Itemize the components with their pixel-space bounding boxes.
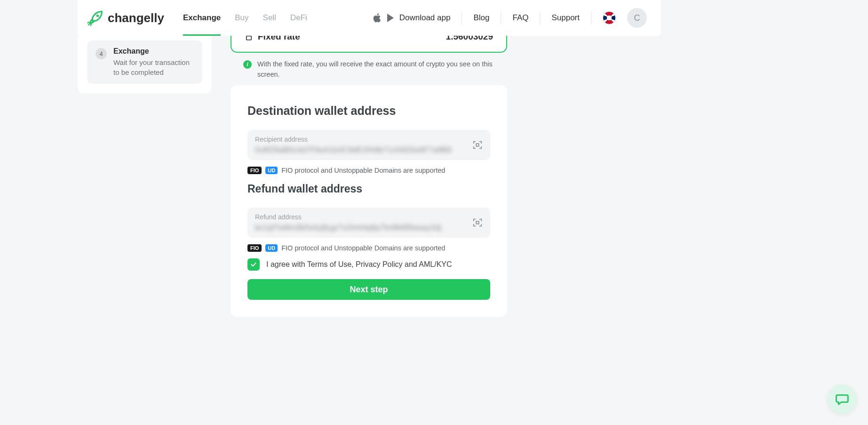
recipient-address-label: Recipient address bbox=[255, 136, 465, 143]
link-faq[interactable]: FAQ bbox=[512, 13, 528, 23]
refund-title: Refund wallet address bbox=[247, 183, 490, 195]
rocket-icon bbox=[87, 9, 104, 26]
main-nav: Exchange Buy Sell DeFi bbox=[183, 0, 307, 36]
next-step-button[interactable]: Next step bbox=[247, 279, 490, 300]
dest-support-note: FIO UD FIO protocol and Unstoppable Doma… bbox=[247, 167, 490, 174]
scan-qr-button-refund[interactable] bbox=[471, 217, 484, 229]
divider bbox=[540, 11, 540, 24]
svg-rect-3 bbox=[476, 221, 479, 224]
nav-exchange[interactable]: Exchange bbox=[183, 0, 221, 36]
scan-qr-button[interactable] bbox=[471, 139, 484, 151]
check-icon bbox=[250, 261, 257, 268]
step-description: Wait for your transaction to be complete… bbox=[113, 57, 194, 77]
ud-badge: UD bbox=[265, 167, 278, 174]
info-icon: i bbox=[243, 60, 252, 69]
avatar[interactable]: C bbox=[627, 8, 647, 28]
svg-rect-1 bbox=[247, 36, 252, 40]
support-text: FIO protocol and Unstoppable Domains are… bbox=[281, 167, 445, 174]
download-app[interactable]: Download app bbox=[373, 13, 451, 23]
qr-scan-icon bbox=[472, 140, 483, 150]
nav-defi[interactable]: DeFi bbox=[290, 0, 307, 36]
refund-address-value: bc1qf7w9m3k0x4zj8ygr7v2tnh4q8p7lm9k6f0ws… bbox=[255, 224, 465, 232]
agree-text: I agree with Terms of Use, Privacy Polic… bbox=[266, 260, 452, 269]
terms-checkbox[interactable] bbox=[247, 258, 260, 271]
link-blog[interactable]: Blog bbox=[473, 13, 489, 23]
refund-address-label: Refund address bbox=[255, 213, 465, 221]
wallet-form-card: Destination wallet address Recipient add… bbox=[231, 85, 507, 317]
brand-name: changelly bbox=[108, 11, 164, 25]
header: changelly Exchange Buy Sell DeFi Downloa… bbox=[78, 0, 661, 36]
divider bbox=[462, 11, 462, 24]
locale-flag-uk[interactable] bbox=[603, 11, 616, 24]
svg-point-0 bbox=[96, 15, 99, 17]
steps-sidebar: 4 Exchange Wait for your transaction to … bbox=[78, 36, 212, 93]
info-text: With the fixed rate, you will receive th… bbox=[257, 59, 507, 80]
support-text: FIO protocol and Unstoppable Domains are… bbox=[281, 244, 445, 252]
fixed-rate-info: i With the fixed rate, you will receive … bbox=[243, 59, 507, 80]
step-number: 4 bbox=[96, 48, 107, 59]
ud-badge: UD bbox=[265, 244, 278, 252]
step-card: 4 Exchange Wait for your transaction to … bbox=[87, 40, 202, 84]
fio-badge: FIO bbox=[247, 244, 262, 252]
chat-icon bbox=[835, 392, 849, 406]
refund-support-note: FIO UD FIO protocol and Unstoppable Doma… bbox=[247, 244, 490, 252]
refund-address-field[interactable]: Refund address bc1qf7w9m3k0x4zj8ygr7v2tn… bbox=[247, 208, 490, 238]
nav-buy[interactable]: Buy bbox=[235, 0, 248, 36]
link-support[interactable]: Support bbox=[551, 13, 580, 23]
svg-rect-2 bbox=[476, 144, 479, 146]
destination-title: Destination wallet address bbox=[247, 104, 490, 118]
nav-sell[interactable]: Sell bbox=[263, 0, 276, 36]
recipient-address-field[interactable]: Recipient address 0x8f29aB0c4d7F6eA1b3C9… bbox=[247, 130, 490, 160]
chat-button[interactable] bbox=[828, 385, 857, 414]
divider bbox=[501, 11, 501, 24]
divider bbox=[591, 11, 591, 24]
qr-scan-icon bbox=[472, 217, 483, 228]
play-icon bbox=[386, 13, 395, 23]
step-title: Exchange bbox=[113, 47, 194, 56]
brand-logo[interactable]: changelly bbox=[87, 9, 164, 26]
recipient-address-value: 0x8f29aB0c4d7F6eA1b3C9dE2fA8b71c04D5e6F7… bbox=[255, 146, 465, 154]
fio-badge: FIO bbox=[247, 167, 262, 174]
apple-icon bbox=[373, 13, 382, 23]
